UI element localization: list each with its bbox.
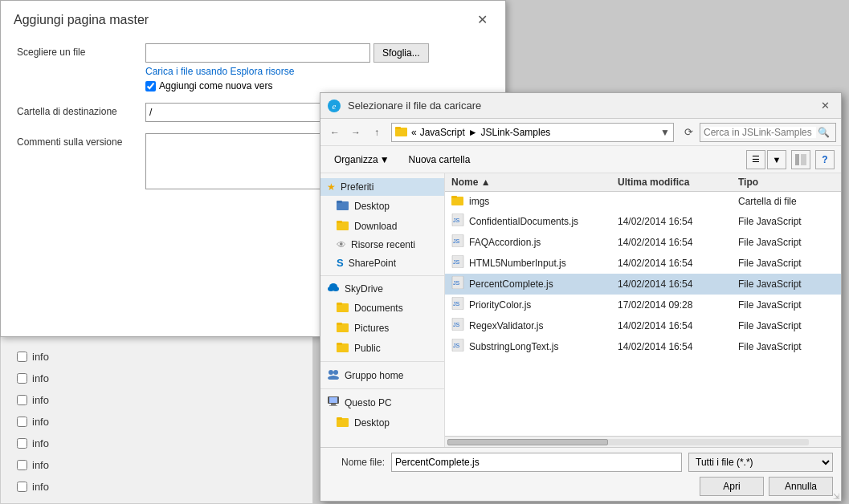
file-dialog-close-button[interactable]: ✕ bbox=[816, 99, 835, 112]
resize-handle[interactable]: ⇲ bbox=[831, 491, 841, 501]
table-row[interactable]: JS PriorityColor.js 17/02/2014 09:28 Fil… bbox=[445, 295, 841, 315]
sidebar-item-desktop-pc[interactable]: Desktop bbox=[320, 413, 444, 433]
table-row[interactable]: JS FAQAccordion.js 14/02/2014 16:54 File… bbox=[445, 232, 841, 253]
sidebar-item-questo-pc-header: Questo PC bbox=[320, 392, 444, 413]
view-dropdown-button[interactable]: ▼ bbox=[767, 150, 786, 169]
info-checkbox-3[interactable] bbox=[17, 395, 27, 405]
folder-icon-download bbox=[337, 219, 349, 233]
filename-row: Nome file: Tutti i file (*.*) bbox=[329, 453, 833, 472]
column-ultima-modifica[interactable]: Ultima modifica bbox=[618, 177, 738, 188]
file-modified-html5: 14/02/2014 16:54 bbox=[618, 258, 738, 269]
info-checkbox-1[interactable] bbox=[17, 352, 27, 362]
svg-rect-7 bbox=[337, 201, 342, 203]
path-separator-2: ► bbox=[468, 127, 478, 138]
commenti-label: Commenti sulla versione bbox=[17, 133, 145, 148]
svg-rect-5 bbox=[801, 154, 806, 165]
file-dialog-filelist: Nome ▲ Ultima modifica Tipo imgs Cartell… bbox=[445, 173, 841, 447]
annulla-button[interactable]: Annulla bbox=[769, 477, 833, 496]
sidebar-item-documents[interactable]: Documents bbox=[320, 298, 444, 318]
sidebar-separator-1 bbox=[320, 275, 444, 276]
svg-point-20 bbox=[333, 370, 338, 375]
table-row[interactable]: JS HTML5NumberInput.js 14/02/2014 16:54 … bbox=[445, 253, 841, 274]
path-part-1: JavaScript bbox=[420, 127, 465, 138]
table-row[interactable]: imgs Cartella di file bbox=[445, 192, 841, 211]
file-picker-dialog: e Selezionare il file da caricare ✕ ← → … bbox=[320, 92, 842, 502]
browse-button[interactable]: Sfoglia... bbox=[373, 43, 429, 63]
list-item: info bbox=[17, 368, 49, 389]
forward-button[interactable]: → bbox=[346, 123, 365, 142]
info-checkbox-7[interactable] bbox=[17, 482, 27, 492]
info-checkbox-6[interactable] bbox=[17, 460, 27, 470]
sidebar-item-public[interactable]: Public bbox=[320, 338, 444, 358]
file-name-faq: FAQAccordion.js bbox=[469, 237, 541, 248]
svg-rect-3 bbox=[395, 127, 401, 129]
sidebar-item-skydrive-header: SkyDrive bbox=[320, 279, 444, 298]
file-textbox[interactable] bbox=[145, 43, 370, 63]
search-box: 🔍 bbox=[700, 123, 836, 142]
sidebar-item-pictures[interactable]: Pictures bbox=[320, 318, 444, 338]
table-row[interactable]: JS ConfidentialDocuments.js 14/02/2014 1… bbox=[445, 211, 841, 232]
aggiungi-checkbox[interactable] bbox=[145, 81, 156, 91]
filename-input[interactable] bbox=[391, 453, 682, 472]
search-input[interactable] bbox=[704, 127, 816, 138]
up-button[interactable]: ↑ bbox=[367, 123, 386, 142]
view-list-button[interactable]: ☰ bbox=[746, 150, 765, 169]
svg-rect-16 bbox=[337, 323, 342, 325]
file-name-confidential: ConfidentialDocuments.js bbox=[469, 216, 578, 227]
js-icon-regex: JS bbox=[451, 318, 464, 333]
info-checkbox-2[interactable] bbox=[17, 373, 27, 384]
folder-icon-documents bbox=[337, 301, 349, 315]
column-tipo[interactable]: Tipo bbox=[738, 177, 835, 188]
table-row[interactable]: JS SubstringLongText.js 14/02/2014 16:54… bbox=[445, 336, 841, 357]
path-part-2: JSLink-Samples bbox=[481, 127, 551, 138]
info-checkbox-4[interactable] bbox=[17, 417, 27, 427]
table-row[interactable]: JS RegexValidator.js 14/02/2014 16:54 Fi… bbox=[445, 315, 841, 336]
organizza-button[interactable]: Organizza ▼ bbox=[327, 152, 397, 168]
back-button[interactable]: ← bbox=[325, 123, 345, 142]
file-name-substring: SubstringLongText.js bbox=[469, 341, 558, 352]
view-buttons: ☰ ▼ bbox=[746, 150, 786, 169]
list-item: info bbox=[17, 433, 49, 454]
help-button[interactable]: ? bbox=[815, 150, 835, 169]
sidebar-item-sharepoint[interactable]: S SharePoint bbox=[320, 254, 444, 272]
list-item: info bbox=[17, 454, 49, 476]
info-label-3: info bbox=[32, 394, 49, 406]
search-icon: 🔍 bbox=[818, 127, 830, 138]
sidebar-item-preferiti-header: ★ Preferiti bbox=[320, 178, 444, 196]
star-icon: ★ bbox=[327, 181, 336, 193]
carica-link[interactable]: Carica i file usando Esplora risorse bbox=[145, 66, 489, 77]
horizontal-scrollbar[interactable] bbox=[445, 436, 841, 447]
info-label-5: info bbox=[32, 437, 49, 449]
sidebar-item-download[interactable]: Download bbox=[320, 216, 444, 236]
sidebar-separator-3 bbox=[320, 388, 444, 389]
path-folder-icon bbox=[395, 125, 408, 139]
filelist-scroll[interactable]: imgs Cartella di file JS ConfidentialDoc… bbox=[445, 192, 841, 436]
file-name-regex: RegexValidator.js bbox=[469, 320, 544, 331]
apri-button[interactable]: Apri bbox=[700, 477, 764, 496]
file-modified-confidential: 14/02/2014 16:54 bbox=[618, 216, 738, 227]
sidebar-item-gruppo-home[interactable]: Gruppo home bbox=[320, 365, 444, 385]
folder-icon-desktop-pc bbox=[337, 416, 349, 429]
file-type-substring: File JavaScript bbox=[738, 341, 835, 352]
details-pane-button[interactable] bbox=[791, 150, 810, 169]
file-type-html5: File JavaScript bbox=[738, 258, 835, 269]
info-checkbox-5[interactable] bbox=[17, 438, 27, 449]
nuova-cartella-button[interactable]: Nuova cartella bbox=[402, 152, 478, 168]
info-label-2: info bbox=[32, 372, 49, 384]
svg-rect-14 bbox=[337, 303, 342, 305]
svg-rect-24 bbox=[331, 404, 336, 405]
column-nome[interactable]: Nome ▲ bbox=[451, 177, 618, 188]
recent-icon: 👁 bbox=[337, 239, 346, 250]
filetype-select[interactable]: Tutti i file (*.*) bbox=[688, 453, 833, 472]
main-dialog-close-button[interactable]: ✕ bbox=[472, 10, 492, 29]
preferiti-label: Preferiti bbox=[341, 181, 373, 193]
sidebar-item-desktop-favorites[interactable]: Desktop bbox=[320, 196, 444, 216]
table-row[interactable]: JS PercentComplete.js 14/02/2014 16:54 F… bbox=[445, 274, 841, 295]
skydrive-icon bbox=[327, 282, 340, 295]
refresh-button[interactable]: ⟳ bbox=[679, 123, 698, 142]
main-dialog-titlebar: Aggiungi pagina master ✕ bbox=[1, 1, 505, 35]
path-breadcrumb[interactable]: « JavaScript ► JSLink-Samples ▼ bbox=[391, 123, 674, 142]
sidebar-item-risorse-recenti[interactable]: 👁 Risorse recenti bbox=[320, 236, 444, 254]
svg-point-19 bbox=[329, 370, 333, 375]
main-dialog-title: Aggiungi pagina master bbox=[14, 13, 149, 27]
